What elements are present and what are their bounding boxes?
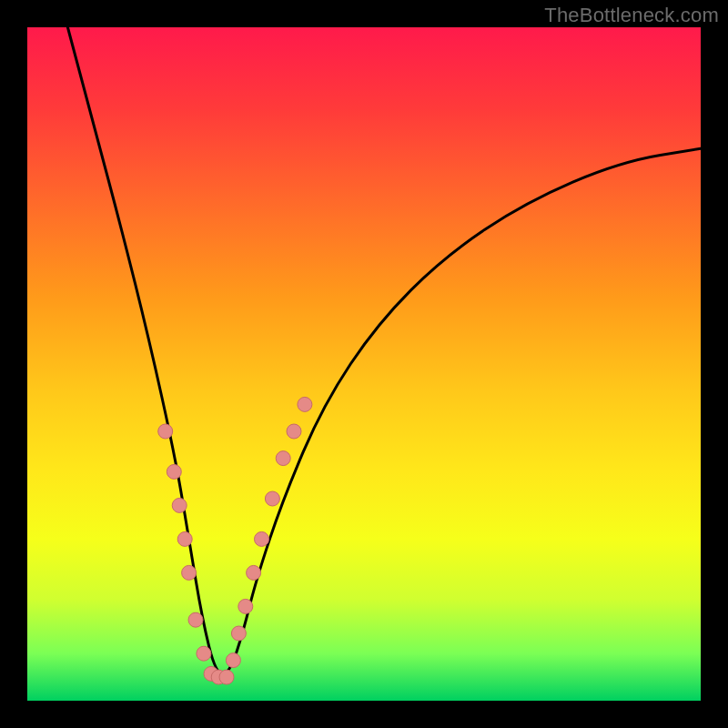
bottleneck-curve [67, 27, 701, 673]
marker-dot [167, 464, 181, 479]
marker-dot [276, 451, 290, 466]
marker-dot [298, 397, 312, 411]
curve-line [67, 27, 701, 673]
marker-dot [255, 531, 269, 546]
marker-dot [158, 424, 173, 439]
marker-dot [231, 626, 246, 641]
marker-dot [226, 653, 240, 668]
marker-dot [172, 498, 187, 512]
curve-svg [27, 27, 701, 701]
marker-dot [182, 565, 197, 580]
marker-dot [247, 565, 261, 580]
plot-area [27, 27, 701, 701]
highlight-markers [158, 397, 312, 684]
chart-frame: TheBottleneck.com [0, 0, 728, 728]
watermark-text: TheBottleneck.com [544, 4, 719, 27]
marker-dot [238, 599, 253, 613]
marker-dot [197, 646, 211, 661]
marker-dot [265, 491, 279, 506]
marker-dot [287, 424, 301, 439]
marker-dot [219, 670, 234, 684]
marker-dot [188, 612, 203, 627]
marker-dot [177, 531, 192, 546]
